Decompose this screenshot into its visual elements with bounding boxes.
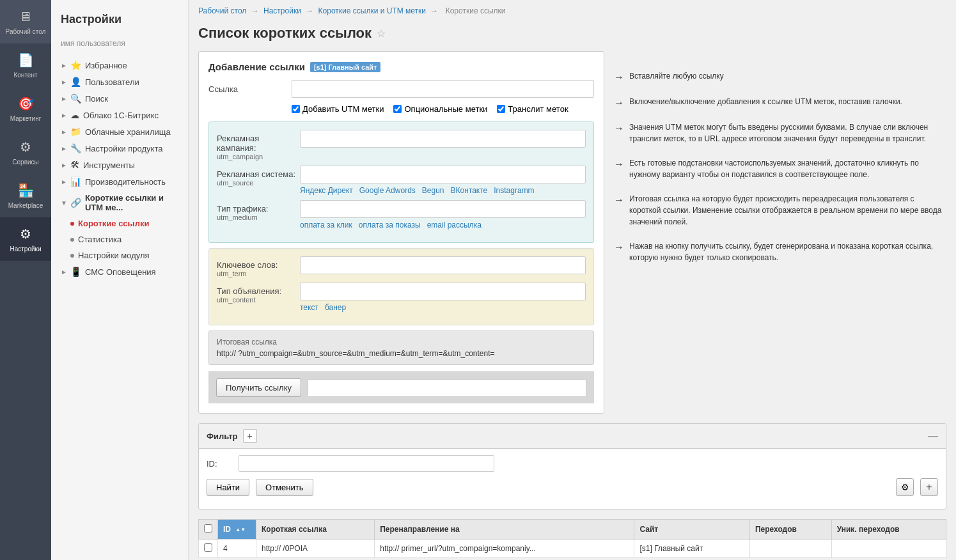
utm-content-input-col: текст банер	[300, 283, 586, 312]
link-label: Ссылка	[208, 84, 292, 94]
utm-medium-input-col: оплата за клик оплата за показы email ра…	[300, 200, 586, 229]
utm-campaign-input[interactable]	[300, 130, 586, 148]
breadcrumb-short-links-utm[interactable]: Короткие ссылки и UTM метки	[318, 6, 426, 15]
link-input[interactable]	[292, 80, 594, 98]
sidebar-item-desktop[interactable]: 🖥 Рабочий стол	[0, 0, 51, 43]
filter-minimize-button[interactable]: —	[928, 430, 938, 442]
filter-table-add-button[interactable]: +	[920, 478, 938, 496]
utm-source-instagram[interactable]: Instagramm	[494, 186, 534, 195]
filter-id-row: ID:	[207, 455, 938, 472]
utm-term-label: Ключевое слов: utm_term	[217, 256, 300, 277]
utm-content-text[interactable]: текст	[300, 303, 318, 312]
nav-arrow-short-links: ▼	[61, 199, 67, 206]
hint-arrow-5: →	[614, 194, 624, 206]
result-link-input[interactable]	[308, 379, 586, 397]
utm-campaign-input-col	[300, 130, 586, 148]
nav-item-instruments[interactable]: ► 🛠 Инструменты	[51, 157, 188, 173]
nav-item-favorites[interactable]: ► ⭐ Избранное	[51, 57, 188, 74]
utm-source-vk[interactable]: ВКонтакте	[451, 186, 488, 195]
nav-item-cloud1c[interactable]: ► ☁ Облако 1С-Битрикс	[51, 107, 188, 123]
nav-item-search[interactable]: ► 🔍 Поиск	[51, 90, 188, 107]
filter-header: Фильтр + —	[199, 424, 946, 449]
filter-id-input[interactable]	[239, 455, 494, 472]
bullet-short-links	[70, 222, 74, 226]
th-id[interactable]: ID ▲▼	[218, 520, 256, 540]
sidebar-item-settings[interactable]: ⚙ Настройки	[0, 217, 51, 261]
td-redirect: http:// primer_url/?utm_compaign=kompani…	[375, 540, 634, 558]
nav-item-sms[interactable]: ► 📱 СМС Оповещения	[51, 263, 188, 280]
utm-source-links: Яндекс Директ Google Adwords Begun ВКонт…	[300, 186, 586, 195]
data-table: ID ▲▼ Короткая ссылка Перенаправление на…	[198, 519, 946, 558]
utm-content-input[interactable]	[300, 283, 586, 300]
utm-medium-input[interactable]	[300, 200, 586, 218]
checkbox-optional[interactable]: Опциональные метки	[393, 104, 487, 114]
td-short-url: http:// /0POIA	[256, 540, 375, 558]
nav-arrow-search: ►	[61, 95, 67, 102]
nav-item-users[interactable]: ► 👤 Пользователи	[51, 74, 188, 90]
nav-item-product-settings[interactable]: ► 🔧 Настройки продукта	[51, 140, 188, 157]
sidebar-label-marketing: Маркетинг	[10, 115, 42, 123]
utm-source-input[interactable]	[300, 166, 586, 183]
sidebar-item-marketplace[interactable]: 🏪 Marketplace	[0, 174, 51, 217]
filter-add-button[interactable]: +	[243, 429, 257, 443]
hint-item-5: → Итоговая ссылка на которую будет проис…	[614, 193, 946, 228]
sidebar-label-content: Контент	[13, 72, 37, 79]
utm-source-google[interactable]: Google Adwords	[359, 186, 416, 195]
checkbox-translit[interactable]: Транслит меток	[497, 104, 568, 114]
nav-item-short-links[interactable]: ▼ 🔗 Короткие ссылки и UTM ме...	[51, 190, 188, 215]
result-section: Итоговая ссылка http:// ?utm_compaign=&u…	[208, 331, 594, 365]
hint-text-4: Есть готовые подстановки частоиспользуем…	[629, 157, 946, 180]
sidebar-item-marketing[interactable]: 🎯 Маркетинг	[0, 87, 51, 130]
page-title: Список коротких ссылок	[198, 25, 372, 42]
th-checkbox[interactable]	[199, 520, 218, 540]
utm-medium-email[interactable]: email рассылка	[427, 221, 482, 229]
row-checkbox[interactable]	[204, 543, 212, 552]
add-link-title: Добавление ссылки	[208, 61, 305, 72]
get-link-button[interactable]: Получить ссылку	[216, 378, 301, 397]
checkbox-add-utm[interactable]: Добавить UTM метки	[292, 104, 384, 114]
checkbox-add-utm-label: Добавить UTM метки	[302, 104, 384, 114]
sidebar-item-services[interactable]: ⚙ Сервисы	[0, 130, 51, 174]
breadcrumb-desktop[interactable]: Рабочий стол	[198, 6, 246, 15]
utm-campaign-row: Рекламная кампания: utm_campaign	[217, 130, 586, 160]
nav-arrow-users: ►	[61, 79, 67, 86]
sidebar-item-content[interactable]: 📄 Контент	[0, 43, 51, 87]
utm-medium-cpm[interactable]: оплата за показы	[359, 221, 421, 229]
filter-cancel-button[interactable]: Отменить	[256, 479, 313, 496]
nav-sub-item-short-links[interactable]: Короткие ссылки	[51, 215, 188, 231]
utm-content-banner[interactable]: банер	[325, 303, 346, 312]
sidebar-label-settings: Настройки	[10, 245, 41, 253]
filter-section: Фильтр + — ID: Найти Отменить ⚙ +	[198, 423, 946, 509]
nav-arrow-instruments: ►	[61, 162, 67, 169]
th-unique-visits: Уник. переходов	[831, 520, 946, 540]
nav-arrow-favorites: ►	[61, 62, 67, 69]
nav-item-cloud-storage[interactable]: ► 📁 Облачные хранилища	[51, 123, 188, 140]
marketplace-icon: 🏪	[17, 182, 35, 199]
nav-arrow-product-settings: ►	[61, 145, 67, 152]
nav-sub-item-module-settings[interactable]: Настройки модуля	[51, 247, 188, 263]
nav-arrow-cloud-storage: ►	[61, 128, 67, 136]
nav-arrow-performance: ►	[61, 178, 67, 185]
utm-source-input-col: Яндекс Директ Google Adwords Begun ВКонт…	[300, 166, 586, 195]
table-section: ID ▲▼ Короткая ссылка Перенаправление на…	[198, 519, 946, 558]
td-checkbox[interactable]	[199, 540, 218, 558]
th-short-url: Короткая ссылка	[256, 520, 375, 540]
table-row: 4 http:// /0POIA http:// primer_url/?utm…	[199, 540, 946, 558]
utm-term-input[interactable]	[300, 256, 586, 274]
utm-source-yandex[interactable]: Яндекс Директ	[300, 186, 353, 195]
nav-item-performance[interactable]: ► 📊 Производительность	[51, 173, 188, 190]
utm-source-label: Рекламная система: utm_source	[217, 166, 300, 187]
favorite-star-icon[interactable]: ☆	[377, 27, 386, 40]
utm-term-row: Ключевое слов: utm_term	[217, 256, 586, 277]
filter-body: ID: Найти Отменить ⚙ +	[199, 449, 946, 509]
select-all-checkbox[interactable]	[204, 524, 212, 533]
breadcrumb-settings[interactable]: Настройки	[263, 6, 301, 15]
utm-source-begun[interactable]: Begun	[422, 186, 444, 195]
checkbox-row: Добавить UTM метки Опциональные метки Тр…	[208, 104, 594, 114]
utm-medium-cpc[interactable]: оплата за клик	[300, 221, 352, 229]
filter-gear-button[interactable]: ⚙	[896, 478, 914, 496]
nav-sub-item-stats[interactable]: Статистика	[51, 231, 188, 247]
filter-find-button[interactable]: Найти	[207, 479, 249, 496]
user-info: имя пользователя	[51, 36, 188, 54]
hint-arrow-3: →	[614, 123, 624, 134]
